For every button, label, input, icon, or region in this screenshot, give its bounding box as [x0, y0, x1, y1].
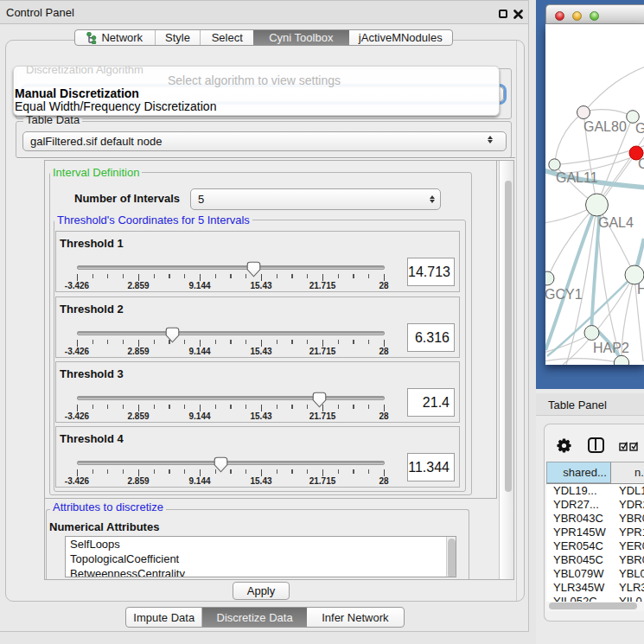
svg-text:GA: GA: [635, 121, 644, 136]
svg-text:HAP2: HAP2: [593, 341, 629, 355]
svg-text:GCY1: GCY1: [545, 287, 583, 302]
svg-text:H: H: [637, 282, 644, 296]
svg-text:GAL80: GAL80: [583, 119, 627, 134]
svg-text:GAL11: GAL11: [556, 170, 598, 185]
svg-text:GAL4: GAL4: [598, 215, 634, 230]
svg-text:C: C: [638, 156, 644, 171]
